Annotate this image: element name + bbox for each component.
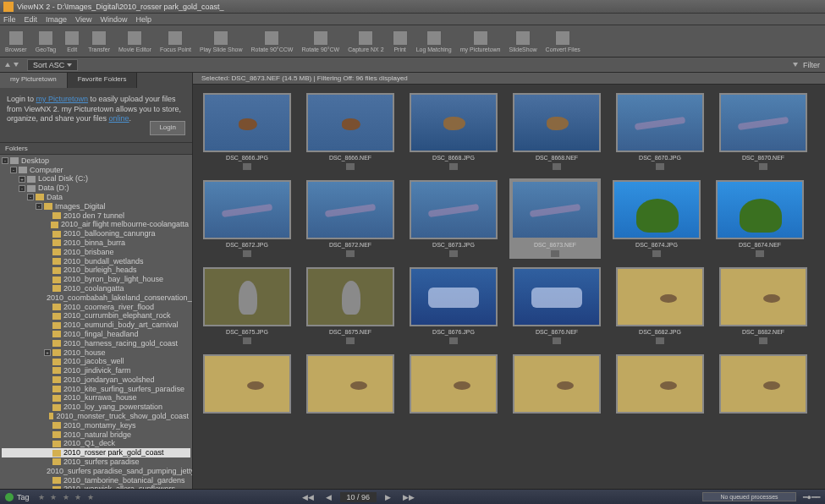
thumbnail-item[interactable]: DSC_8670.NEF [718,93,809,170]
tree-expand-icon[interactable]: + [44,349,51,356]
tree-item[interactable]: 2010_eumundi_body_art_carnival [2,320,190,330]
toolbar-edit[interactable]: Edit [63,29,81,54]
thumbnail-item[interactable]: DSC_8668.NEF [511,93,602,170]
tree-expand-icon[interactable]: - [27,194,34,200]
toolbar-log-matching[interactable]: Log Matching [415,29,454,54]
thumbnail-item[interactable]: DSC_8672.NEF [305,180,396,257]
toolbar-capture-nx-2[interactable]: Capture NX 2 [346,29,385,54]
thumbnail-item[interactable]: DSC_8676.JPG [408,267,499,344]
tree-item[interactable]: 2010_byron_bay_light_house [2,275,190,284]
filter-button[interactable]: Filter [793,61,820,69]
thumbnail-item[interactable]: DSC_8674.JPG [611,180,702,257]
thumbnail-item[interactable]: DSC_8673.NEF [509,178,601,259]
tree-item[interactable]: 2010_brisbane [2,248,190,257]
tree-item[interactable]: 2010_surfers paradise [2,457,190,467]
menu-view[interactable]: View [75,15,91,24]
tree-item[interactable]: 2010_burleigh_heads [2,266,190,275]
toolbar-convert-files[interactable]: Convert Files [544,29,582,54]
toolbar-my-picturetown[interactable]: my Picturetown [459,29,503,54]
thumbnail-item[interactable]: DSC_8675.JPG [201,267,293,344]
tree-item[interactable]: 2010_montamy_keys [2,421,190,430]
tree-item[interactable]: 2010_jindivick_farm [2,366,190,375]
toolbar-geotag[interactable]: GeoTag [34,29,58,54]
tree-item[interactable]: 2010_loy_yang_powerstation [2,403,190,412]
tree-item[interactable]: 2010_binna_burra [2,238,190,248]
tree-expand-icon[interactable]: - [19,185,25,192]
thumbnail-item[interactable] [408,354,499,414]
toolbar-slideshow[interactable]: SlideShow [508,29,539,54]
thumbnail-item[interactable] [305,354,396,414]
thumbnail-item[interactable]: DSC_8682.JPG [614,267,706,344]
thumbnail-item[interactable] [614,354,706,414]
tree-item[interactable]: 2010_harness_racing_gold_coast [2,339,190,348]
tree-item[interactable]: 2010 den 7 tunnel [2,211,190,221]
tree-item[interactable]: 2010_coolangatta [2,284,190,293]
toolbar-movie-editor[interactable]: Movie Editor [117,29,153,54]
tree-item[interactable]: +2010_house [2,348,190,358]
tree-item[interactable]: 2010_air flight melbourne-coolangatta [2,220,190,229]
menu-help[interactable]: Help [135,15,151,24]
online-link[interactable]: online [109,114,129,123]
tree-item[interactable]: 2010_jondaryan_woolshed [2,375,190,385]
tree-item[interactable]: 2010_surfers paradise_sand_pumping_jetty [2,467,190,476]
thumbnail-item[interactable]: DSC_8668.JPG [408,93,499,170]
menu-window[interactable]: Window [100,15,127,24]
tree-item[interactable]: 2010_rosser park_gold_coast [2,448,190,457]
sort-dropdown[interactable]: Sort ASC [27,59,78,71]
tree-item[interactable]: +Local Disk (C:) [2,174,190,184]
tab-favorite-folders[interactable]: Favorite Folders [68,73,138,88]
login-link[interactable]: my Picturetown [36,95,89,103]
nav-last-button[interactable]: ▶▶ [399,493,418,501]
menu-edit[interactable]: Edit [25,15,38,24]
thumbnail-item[interactable]: DSC_8672.JPG [201,180,293,257]
thumbnail-item[interactable]: DSC_8666.NEF [305,93,396,170]
rating-stars[interactable]: ★ ★ ★ ★ ★ [38,493,96,501]
tree-expand-icon[interactable]: - [2,157,8,164]
thumbnail-item[interactable] [511,354,602,414]
tree-item[interactable]: -Data [2,193,190,202]
tree-item[interactable]: 2010_tamborine_botanical_gardens [2,476,190,485]
tree-item[interactable]: 2010_coombabah_lakeland_conservation_are… [2,293,190,303]
tree-item[interactable]: 2010_kite_surfing_surfers_paradise [2,385,190,394]
toolbar-browser[interactable]: Browser [3,29,29,54]
thumbnail-item[interactable]: DSC_8682.NEF [718,267,809,344]
tree-item[interactable]: 2010_coomera_river_flood [2,303,190,312]
nav-next-button[interactable]: ▶ [382,493,394,501]
thumbnail-item[interactable] [201,354,293,414]
expand-icon[interactable] [5,63,10,67]
thumbnail-item[interactable]: DSC_8676.NEF [511,267,602,344]
tree-item[interactable]: 2010_bundall_wetlands [2,257,190,266]
toolbar-transfer[interactable]: Transfer [86,29,112,54]
thumbnail-item[interactable]: DSC_8666.JPG [201,93,293,170]
thumbnail-item[interactable]: DSC_8670.JPG [614,93,706,170]
nav-first-button[interactable]: ◀◀ [299,493,317,501]
toolbar-print[interactable]: Print [391,29,410,54]
tree-item[interactable]: -Desktop [2,156,190,166]
thumbnail-item[interactable]: DSC_8675.NEF [305,267,396,344]
toolbar-focus-point[interactable]: Focus Point [158,29,193,54]
toolbar-play-slide-show[interactable]: Play Slide Show [198,29,245,54]
thumbnail-item[interactable]: DSC_8673.JPG [408,180,499,257]
tree-item[interactable]: 2010_fingal_headland [2,330,190,339]
tree-item[interactable]: 2010_kurrawa_house [2,393,190,403]
menu-file[interactable]: File [3,15,16,24]
thumbnail-grid[interactable]: DSC_8666.JPGDSC_8666.NEFDSC_8668.JPGDSC_… [193,85,825,489]
tree-expand-icon[interactable]: + [19,176,25,183]
menu-image[interactable]: Image [46,15,67,24]
tree-item[interactable]: -Images_Digital [2,202,190,211]
tree-item[interactable]: -Computer [2,166,190,175]
tree-item[interactable]: 2010_natural bridge [2,430,190,440]
thumbnail-item[interactable]: DSC_8674.NEF [714,180,806,257]
zoom-slider-icon[interactable]: ━●━━ [803,493,820,501]
login-button[interactable]: Login [150,121,185,134]
tree-expand-icon[interactable]: - [10,167,17,173]
tree-item[interactable]: 2010_Q1_deck [2,439,190,448]
tree-expand-icon[interactable]: - [36,203,42,210]
toolbar-rotate-90-cw[interactable]: Rotate 90°CW [300,29,341,54]
thumbnail-item[interactable] [718,354,809,414]
tree-item[interactable]: 2010_ballooning_canungra [2,229,190,238]
nav-prev-button[interactable]: ◀ [322,493,335,501]
tab-my-picturetown[interactable]: my Picturetown [0,73,68,88]
tree-item[interactable]: 2010_jacobs_well [2,357,190,366]
toolbar-rotate-90-ccw[interactable]: Rotate 90°CCW [250,29,295,54]
